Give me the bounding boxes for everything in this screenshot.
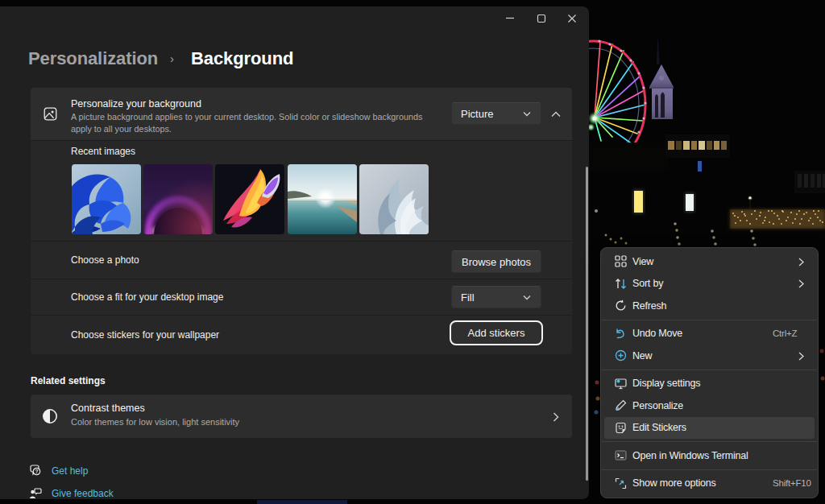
svg-text:?: ? (35, 469, 39, 474)
